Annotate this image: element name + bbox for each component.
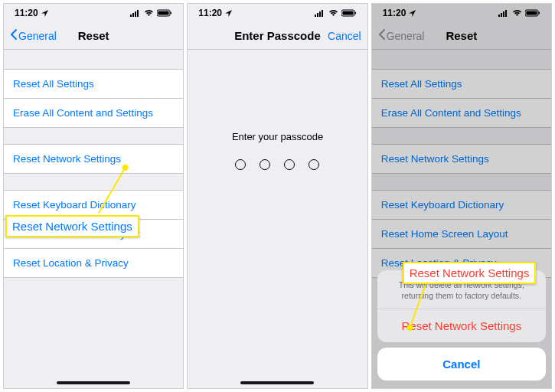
svg-rect-7 [315,15,316,17]
reset-all-settings[interactable]: Reset All Settings [4,69,183,99]
passcode-dot [284,159,295,170]
passcode-prompt: Enter your passcode [232,131,323,142]
back-label: General [18,30,57,42]
svg-rect-20 [538,12,540,15]
back-button: General [378,29,425,42]
home-indicator[interactable] [57,381,130,384]
chevron-left-icon [10,29,17,42]
location-icon [41,10,48,17]
sheet-message: This will delete all network settings, r… [377,270,546,309]
reset-home-screen-layout[interactable]: Reset Home Screen Layout [4,219,183,249]
svg-rect-16 [503,11,504,17]
wifi-icon [512,9,522,17]
passcode-area: Enter your passcode [188,50,367,388]
location-icon [409,10,416,17]
action-sheet: This will delete all network settings, r… [377,270,546,381]
back-button[interactable]: General [10,29,57,42]
screen-passcode: 11:20 Enter Passcode Cancel Enter your p… [187,3,367,389]
passcode-dot [260,159,270,170]
reset-home-screen-layout: Reset Home Screen Layout [372,219,551,249]
svg-rect-6 [171,12,172,15]
wifi-icon [144,9,154,17]
wifi-icon [328,9,338,17]
svg-rect-15 [501,13,502,17]
battery-icon [525,9,540,17]
chevron-left-icon [378,29,385,42]
reset-all-settings: Reset All Settings [372,69,551,99]
reset-network-settings: Reset Network Settings [372,144,551,174]
status-bar: 11:20 [188,4,367,22]
svg-rect-8 [317,13,318,17]
svg-rect-5 [158,11,169,15]
erase-all-content: Erase All Content and Settings [372,98,551,128]
reset-keyboard-dictionary: Reset Keyboard Dictionary [372,190,551,220]
reset-keyboard-dictionary[interactable]: Reset Keyboard Dictionary [4,190,183,220]
screen-reset-settings: 11:20 General Reset Reset All [3,3,184,389]
svg-rect-0 [130,15,132,17]
back-label: General [387,30,425,42]
status-time: 11:20 [198,8,222,18]
status-bar: 11:20 [4,4,183,22]
passcode-dots[interactable] [235,159,319,170]
erase-all-content[interactable]: Erase All Content and Settings [4,98,183,128]
passcode-dot [309,159,319,170]
battery-icon [157,9,172,17]
svg-rect-14 [498,15,500,17]
sheet-block: This will delete all network settings, r… [377,270,546,342]
svg-rect-9 [319,11,321,17]
reset-location-privacy[interactable]: Reset Location & Privacy [4,248,183,278]
battery-icon [341,9,357,17]
reset-list: Reset All Settings Erase All Content and… [372,70,551,278]
reset-list: Reset All Settings Erase All Content and… [4,70,183,278]
sheet-cancel-button[interactable]: Cancel [377,348,546,381]
svg-rect-17 [505,10,507,17]
signal-icon [130,9,141,17]
status-time: 11:20 [15,8,38,18]
signal-icon [315,9,325,17]
svg-rect-19 [526,11,537,15]
signal-icon [498,9,509,17]
home-indicator[interactable] [240,381,314,384]
nav-bar: Enter Passcode Cancel [188,22,367,50]
nav-bar: General Reset [4,22,183,50]
svg-rect-3 [137,10,139,17]
svg-rect-2 [135,11,136,17]
reset-network-settings[interactable]: Reset Network Settings [4,144,183,174]
screen-confirm-sheet: 11:20 General Reset Reset All [371,3,552,389]
cancel-button[interactable]: Cancel [328,30,361,42]
svg-rect-10 [322,10,323,17]
svg-rect-13 [354,12,356,15]
sheet-action-reset[interactable]: Reset Network Settings [377,309,546,342]
svg-rect-12 [342,11,353,15]
status-bar: 11:20 [372,4,551,22]
nav-bar: General Reset [372,22,551,50]
location-icon [225,10,232,17]
passcode-dot [235,159,246,170]
svg-rect-1 [132,13,134,17]
status-time: 11:20 [383,8,406,18]
